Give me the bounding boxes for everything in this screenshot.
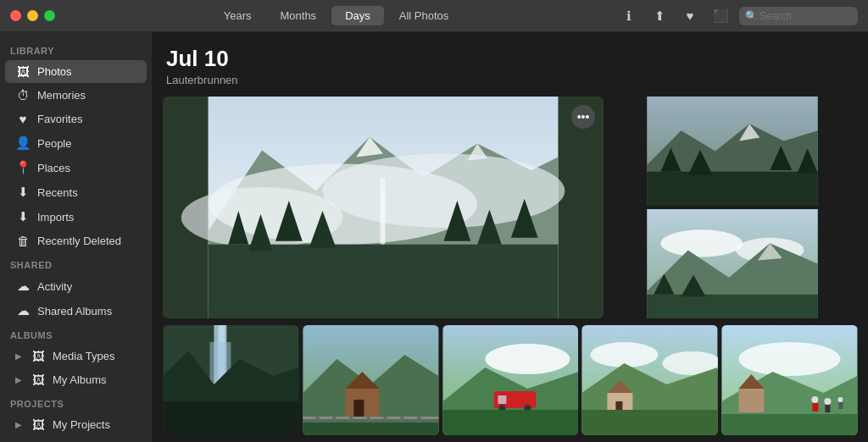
main-layout: Library 🖼 Photos ⏱ Memories ♥ Favorites … xyxy=(0,32,868,442)
bottom-row xyxy=(163,325,858,435)
svg-rect-38 xyxy=(163,401,298,435)
sidebar-item-label: My Albums xyxy=(53,373,107,386)
svg-point-26 xyxy=(660,229,743,257)
sidebar-item-label: My Projects xyxy=(53,418,110,431)
svg-rect-53 xyxy=(303,423,438,435)
sidebar-item-label: Imports xyxy=(37,211,74,224)
sidebar-item-my-albums[interactable]: ▶ 🖼 My Albums xyxy=(5,368,147,391)
recents-icon: ⬇ xyxy=(15,185,31,200)
sidebar-item-activity[interactable]: ☁ Activity xyxy=(5,274,147,298)
memories-icon: ⏱ xyxy=(15,88,31,102)
sidebar-item-label: Places xyxy=(37,162,70,174)
content-area: Jul 10 Lauterbrunnen xyxy=(153,32,868,442)
svg-rect-61 xyxy=(442,410,578,435)
sidebar-item-imports[interactable]: ⬇ Imports xyxy=(5,205,147,229)
search-input[interactable] xyxy=(739,7,858,25)
projects-section-label: Projects xyxy=(0,392,152,412)
shared-albums-icon: ☁ xyxy=(15,303,31,318)
svg-point-77 xyxy=(825,398,832,405)
svg-point-79 xyxy=(838,397,843,402)
media-types-icon: 🖼 xyxy=(31,349,46,363)
photos-layout: ••• xyxy=(153,90,868,325)
sidebar-item-label: Recents xyxy=(37,186,78,199)
places-icon: 📍 xyxy=(15,160,31,175)
svg-rect-16 xyxy=(381,191,385,245)
bottom-photo-2[interactable] xyxy=(303,325,439,435)
sidebar-item-memories[interactable]: ⏱ Memories xyxy=(5,84,147,107)
svg-rect-76 xyxy=(813,403,819,412)
activity-icon: ☁ xyxy=(15,279,31,294)
tab-years[interactable]: Years xyxy=(210,6,265,25)
sidebar-item-label: People xyxy=(37,137,71,150)
svg-rect-43 xyxy=(353,400,364,418)
sidebar-item-recently-deleted[interactable]: 🗑 Recently Deleted xyxy=(5,229,147,252)
shared-section-label: Shared xyxy=(0,253,152,273)
info-icon[interactable]: ℹ xyxy=(617,4,641,28)
favorites-icon: ♥ xyxy=(15,112,31,126)
sidebar-item-label: Favorites xyxy=(37,113,82,125)
favorite-icon[interactable]: ♥ xyxy=(678,4,702,28)
bottom-photo-5[interactable] xyxy=(721,325,858,435)
tab-all-photos[interactable]: All Photos xyxy=(386,6,463,25)
svg-rect-69 xyxy=(582,410,718,435)
slideshow-icon[interactable]: ⬛ xyxy=(709,4,732,28)
expand-icon: ▶ xyxy=(15,420,22,429)
sidebar-item-favorites[interactable]: ♥ Favorites xyxy=(5,108,147,130)
svg-point-75 xyxy=(812,396,819,403)
maximize-button[interactable] xyxy=(44,10,55,21)
expand-icon: ▶ xyxy=(15,375,22,384)
titlebar: Years Months Days All Photos ℹ ⬆ ♥ ⬛ 🔍 xyxy=(0,0,868,32)
svg-rect-73 xyxy=(739,389,765,412)
right-column xyxy=(607,97,858,318)
bottom-photo-1[interactable] xyxy=(163,325,299,435)
people-icon: 👤 xyxy=(15,135,31,151)
svg-point-55 xyxy=(485,344,570,374)
minimize-button[interactable] xyxy=(27,10,38,21)
right-bottom-photo[interactable] xyxy=(607,209,858,318)
svg-rect-81 xyxy=(722,414,858,435)
bottom-photo-3[interactable] xyxy=(442,325,579,435)
my-projects-icon: 🖼 xyxy=(31,417,46,432)
sidebar-item-my-projects[interactable]: ▶ 🖼 My Projects xyxy=(5,413,147,436)
trash-icon: 🗑 xyxy=(15,234,31,248)
tab-months[interactable]: Months xyxy=(266,6,330,25)
sidebar-item-label: Memories xyxy=(37,89,86,102)
tab-days[interactable]: Days xyxy=(331,6,384,25)
svg-point-71 xyxy=(739,342,841,376)
close-button[interactable] xyxy=(10,10,21,21)
library-section-label: Library xyxy=(0,39,152,59)
sidebar-item-media-types[interactable]: ▶ 🖼 Media Types xyxy=(5,345,147,367)
svg-rect-78 xyxy=(826,405,831,412)
sidebar-item-label: Shared Albums xyxy=(37,305,112,318)
date-header: Jul 10 Lauterbrunnen xyxy=(153,32,868,90)
svg-rect-7 xyxy=(209,245,559,318)
sidebar-item-places[interactable]: 📍 Places xyxy=(5,156,147,180)
search-wrapper: 🔍 xyxy=(739,7,858,25)
sidebar-item-label: Activity xyxy=(37,280,72,293)
svg-rect-80 xyxy=(839,402,843,409)
sidebar-item-shared-albums[interactable]: ☁ Shared Albums xyxy=(5,299,147,323)
sidebar-item-photos[interactable]: 🖼 Photos xyxy=(5,60,147,83)
expand-icon: ▶ xyxy=(15,351,22,361)
main-photo[interactable]: ••• xyxy=(163,97,604,318)
view-tabs: Years Months Days All Photos xyxy=(210,6,463,25)
window-controls xyxy=(10,10,55,21)
right-top-photo[interactable] xyxy=(607,97,858,206)
imports-icon: ⬇ xyxy=(15,209,31,224)
sidebar-item-label: Recently Deleted xyxy=(37,235,121,247)
bottom-photo-4[interactable] xyxy=(581,325,718,435)
sidebar-item-people[interactable]: 👤 People xyxy=(5,131,147,155)
svg-rect-20 xyxy=(647,172,818,206)
photos-icon: 🖼 xyxy=(15,64,31,79)
sidebar-item-label: Media Types xyxy=(53,350,114,362)
my-albums-icon: 🖼 xyxy=(31,373,46,387)
svg-rect-30 xyxy=(647,295,818,318)
more-options-button[interactable]: ••• xyxy=(571,105,595,129)
toolbar-actions: ℹ ⬆ ♥ ⬛ 🔍 xyxy=(617,4,858,28)
date-title: Jul 10 xyxy=(166,46,854,72)
sidebar: Library 🖼 Photos ⏱ Memories ♥ Favorites … xyxy=(0,32,153,442)
sidebar-item-label: Photos xyxy=(37,65,71,78)
sidebar-item-recents[interactable]: ⬇ Recents xyxy=(5,180,147,204)
location-subtitle: Lauterbrunnen xyxy=(166,74,854,86)
share-icon[interactable]: ⬆ xyxy=(648,4,671,28)
